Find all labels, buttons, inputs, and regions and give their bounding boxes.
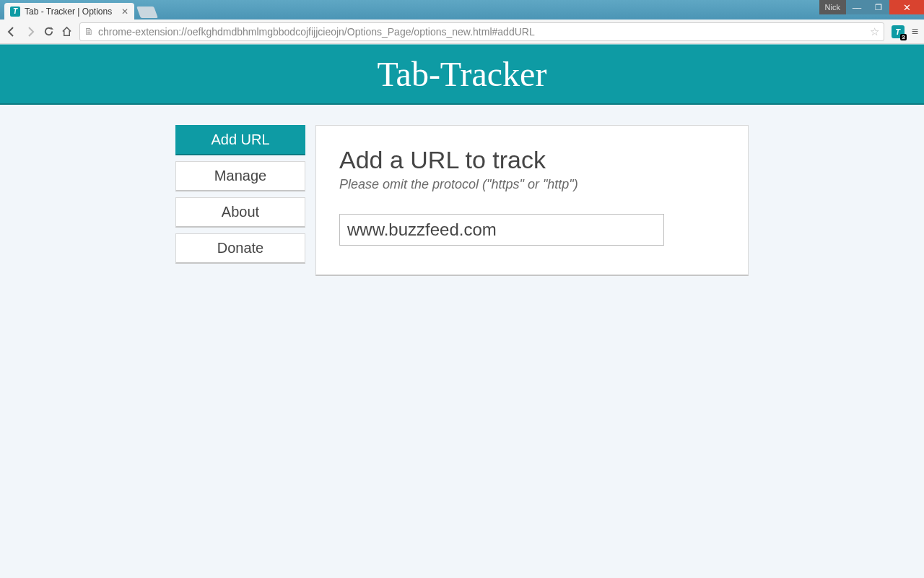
browser-tab[interactable]: T Tab - Tracker | Options ✕	[4, 3, 134, 20]
app-banner: Tab-Tracker	[0, 44, 924, 105]
extension-badge: 3	[900, 34, 906, 40]
panel-heading: Add a URL to track	[339, 146, 725, 174]
tab-close-icon[interactable]: ✕	[121, 7, 128, 17]
main-panel: Add a URL to track Please omit the proto…	[315, 125, 749, 276]
browser-chrome: T Tab - Tracker | Options ✕ Nick 🗎 chrom…	[0, 0, 924, 44]
window-controls: Nick	[819, 0, 924, 14]
browser-toolbar: 🗎 chrome-extension://oefkghdmdbhmlmgbbod…	[0, 20, 924, 44]
window-minimize-icon[interactable]	[846, 0, 868, 14]
window-close-icon[interactable]	[889, 0, 924, 14]
sidebar-item-label: Donate	[217, 240, 264, 256]
sidebar-item-add-url[interactable]: Add URL	[175, 125, 305, 155]
address-bar[interactable]: 🗎 chrome-extension://oefkghdmdbhmlmgbbod…	[79, 22, 884, 41]
extension-icon[interactable]: T 3	[892, 25, 905, 38]
sidebar-item-label: About	[222, 204, 259, 220]
sidebar-item-manage[interactable]: Manage	[175, 161, 305, 191]
menu-icon[interactable]: ≡	[912, 25, 918, 38]
address-url: chrome-extension://oefkghdmdbhmlmgbbodco…	[98, 26, 535, 38]
forward-icon[interactable]	[25, 26, 36, 38]
panel-subheading: Please omit the protocol ("https" or "ht…	[339, 177, 725, 192]
app-title: Tab-Tracker	[378, 54, 547, 94]
page-icon: 🗎	[84, 26, 94, 37]
reload-icon[interactable]	[43, 26, 54, 37]
url-input[interactable]	[339, 214, 664, 246]
user-badge[interactable]: Nick	[819, 0, 846, 14]
back-icon[interactable]	[6, 26, 17, 38]
tab-favicon-icon: T	[10, 7, 20, 17]
content-area: Add URL Manage About Donate Add a URL to…	[0, 105, 924, 276]
window-maximize-icon[interactable]	[868, 0, 889, 14]
sidebar-item-about[interactable]: About	[175, 197, 305, 228]
sidebar-item-donate[interactable]: Donate	[175, 233, 305, 264]
tab-title: Tab - Tracker | Options	[25, 7, 112, 17]
tab-strip: T Tab - Tracker | Options ✕ Nick	[0, 0, 924, 20]
sidebar-item-label: Manage	[214, 168, 266, 184]
bookmark-star-icon[interactable]: ☆	[870, 25, 879, 38]
home-icon[interactable]	[61, 26, 72, 37]
sidebar-item-label: Add URL	[211, 131, 269, 148]
sidebar: Add URL Manage About Donate	[175, 125, 305, 276]
new-tab-button[interactable]	[136, 7, 158, 18]
